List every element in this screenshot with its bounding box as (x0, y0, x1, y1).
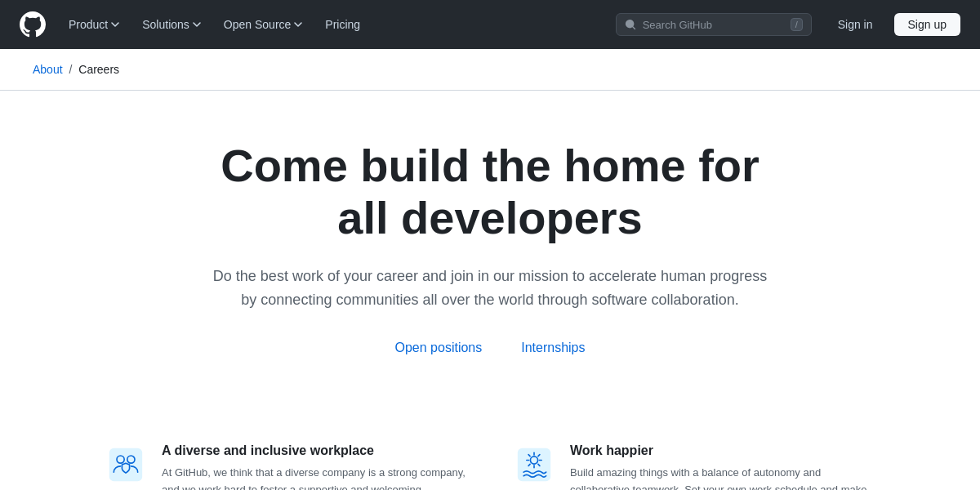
chevron-down-icon (111, 20, 119, 29)
search-box[interactable]: / (616, 13, 812, 36)
diverse-icon (106, 443, 145, 483)
search-area: / (616, 13, 812, 36)
svg-rect-0 (109, 448, 142, 481)
hero-title: Come build the home forall developers (155, 140, 825, 245)
work-happier-content: Work happier Build amazing things with a… (570, 443, 874, 490)
nav-open-source[interactable]: Open Source (214, 11, 313, 38)
feature-work-happier: Work happier Build amazing things with a… (514, 443, 874, 490)
open-positions-link[interactable]: Open positions (395, 341, 483, 355)
signin-button[interactable]: Sign in (825, 14, 886, 35)
signup-button[interactable]: Sign up (894, 13, 960, 36)
features-section: A diverse and inclusive workplace At Git… (41, 427, 939, 490)
chevron-down-icon (193, 20, 201, 29)
breadcrumb: About / Careers (33, 63, 119, 76)
navbar-actions: Sign in Sign up (825, 13, 960, 36)
hero-links: Open positions Internships (155, 341, 825, 355)
search-shortcut: / (791, 18, 803, 31)
chevron-down-icon (294, 20, 302, 29)
feature-diverse: A diverse and inclusive workplace At Git… (106, 443, 466, 490)
breadcrumb-separator: / (69, 63, 72, 76)
search-input[interactable] (643, 19, 784, 31)
nav-product[interactable]: Product (59, 11, 129, 38)
github-logo[interactable] (20, 11, 46, 38)
breadcrumb-about-link[interactable]: About (33, 63, 63, 76)
hero-section: Come build the home forall developers Do… (122, 91, 858, 427)
hero-subtitle: Do the best work of your career and join… (212, 265, 768, 312)
search-icon (625, 19, 636, 30)
work-happier-icon (514, 443, 554, 483)
breadcrumb-current: Careers (78, 63, 119, 76)
work-happier-desc: Build amazing things with a balance of a… (570, 465, 874, 490)
nav-links: Product Solutions Open Source Pricing (59, 11, 616, 38)
diverse-content: A diverse and inclusive workplace At Git… (162, 443, 466, 490)
navbar: Product Solutions Open Source Pricing / … (0, 0, 980, 49)
breadcrumb-bar: About / Careers (0, 49, 980, 91)
diverse-desc: At GitHub, we think that a diverse compa… (162, 465, 466, 490)
nav-pricing[interactable]: Pricing (315, 11, 370, 38)
work-happier-title: Work happier (570, 443, 874, 458)
internships-link[interactable]: Internships (521, 341, 585, 355)
diverse-title: A diverse and inclusive workplace (162, 443, 466, 458)
nav-solutions[interactable]: Solutions (132, 11, 211, 38)
